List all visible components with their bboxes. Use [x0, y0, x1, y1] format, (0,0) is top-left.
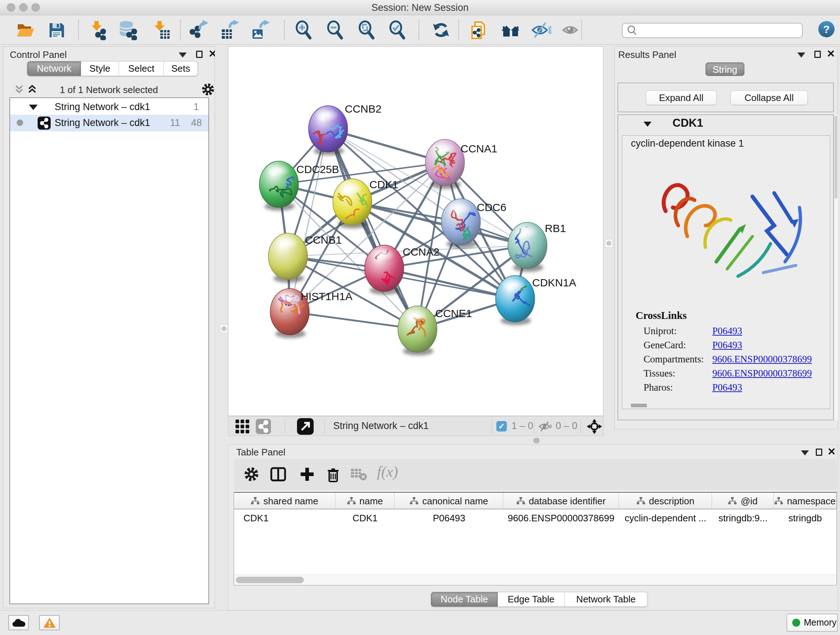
horizontal-splitter-handle[interactable]: [533, 438, 540, 443]
import-network-database-icon[interactable]: [118, 20, 138, 40]
column-header-canonicalname[interactable]: canonical name: [395, 493, 503, 509]
table-settings-gear-icon[interactable]: [243, 466, 260, 484]
delete-table-icon[interactable]: [350, 466, 368, 484]
network-node-CCNA1[interactable]: [425, 139, 464, 186]
collection-expand-icon[interactable]: [29, 105, 38, 110]
column-header-databaseidentifier[interactable]: database identifier: [503, 493, 619, 509]
splitter-handle[interactable]: [220, 325, 228, 333]
network-node-count: 11: [170, 117, 180, 128]
crosslink-value[interactable]: 9606.ENSP00000378699: [712, 354, 812, 365]
refresh-view-icon[interactable]: [431, 20, 451, 40]
network-node-CCNA2[interactable]: [365, 240, 407, 291]
network-view[interactable]: CCNB2CCNA1CDC25BCDK1CDC6RB1CCNB1CCNA2CDK…: [228, 46, 603, 416]
tab-network-table[interactable]: Network Table: [565, 592, 647, 607]
open-in-window-icon[interactable]: [297, 418, 314, 435]
section-collapse-icon[interactable]: [644, 122, 652, 127]
toolbar-separator: [581, 20, 582, 40]
memory-button[interactable]: Memory: [786, 614, 838, 632]
network-row-selected[interactable]: String Network – cdk1 11 48: [10, 115, 208, 131]
string-view-icon[interactable]: [256, 419, 271, 434]
panel-menu-icon[interactable]: [801, 450, 809, 455]
function-builder-icon[interactable]: f(x): [377, 463, 398, 480]
tab-string[interactable]: String: [706, 62, 745, 76]
pan-mode-icon[interactable]: [586, 418, 603, 436]
vertical-splitter-right[interactable]: [603, 46, 614, 429]
table-cell[interactable]: cyclin-dependent ...: [619, 510, 712, 526]
zoom-out-icon[interactable]: [325, 20, 346, 40]
tab-select[interactable]: Select: [119, 61, 164, 76]
show-hidden-icon[interactable]: [561, 20, 581, 40]
selected-checkbox-icon[interactable]: ✓: [496, 421, 507, 432]
home-icon[interactable]: [501, 20, 521, 40]
table-cell[interactable]: P06493: [395, 510, 503, 526]
delete-column-trash-icon[interactable]: [325, 466, 341, 484]
tab-node-table[interactable]: Node Table: [431, 592, 498, 607]
network-node-RB1[interactable]: [508, 222, 547, 269]
table-cell[interactable]: 9606.ENSP00000378699: [503, 510, 619, 526]
table-hscrollbar-thumb[interactable]: [236, 577, 304, 583]
zoom-fit-icon[interactable]: [357, 20, 377, 40]
open-session-icon[interactable]: [15, 20, 35, 40]
crosslink-value[interactable]: P06493: [712, 382, 742, 393]
export-image-icon[interactable]: [251, 20, 271, 40]
vertical-splitter-left[interactable]: [215, 46, 228, 608]
tab-edge-table[interactable]: Edge Table: [498, 592, 565, 607]
table-cell[interactable]: CDK1: [335, 510, 395, 526]
table-hscrollbar-track[interactable]: [234, 575, 836, 585]
import-network-file-icon[interactable]: [87, 20, 107, 40]
panel-float-icon[interactable]: [196, 51, 202, 58]
clone-network-icon[interactable]: [469, 20, 489, 40]
network-options-gear-icon[interactable]: [201, 82, 215, 98]
table-row[interactable]: CDK1CDK1P064939606.ENSP00000378699cyclin…: [234, 510, 836, 526]
results-scrollbar-thumb[interactable]: [835, 116, 837, 199]
column-header-id[interactable]: @id: [712, 493, 774, 509]
network-collection-row[interactable]: String Network – cdk1 1: [10, 100, 208, 115]
panel-close-icon[interactable]: ✕: [827, 49, 835, 59]
collapse-all-button[interactable]: Collapse All: [730, 90, 808, 105]
export-table-icon[interactable]: [220, 20, 240, 40]
expand-all-button[interactable]: Expand All: [646, 90, 717, 105]
crosslink-value[interactable]: 9606.ENSP00000378699: [712, 368, 812, 379]
network-node-CCNE1[interactable]: [398, 306, 437, 352]
column-header-sharedname[interactable]: shared name: [234, 493, 335, 509]
select-columns-icon[interactable]: [270, 466, 286, 484]
grid-view-icon[interactable]: [235, 419, 250, 435]
table-cell[interactable]: stringdb:9...: [712, 510, 774, 526]
results-scrollbar-track[interactable]: [834, 114, 838, 420]
tab-network[interactable]: Network: [27, 61, 81, 76]
hide-selected-icon[interactable]: [531, 20, 551, 40]
hidden-eye-icon[interactable]: [538, 421, 553, 433]
import-table-file-icon[interactable]: [150, 20, 171, 40]
column-header-namespace[interactable]: namespace: [774, 493, 836, 509]
column-header-name[interactable]: name: [335, 493, 395, 509]
table-cell[interactable]: CDK1: [234, 510, 335, 526]
network-node-CDC6[interactable]: [441, 199, 480, 245]
panel-close-icon[interactable]: ✕: [827, 447, 836, 457]
column-header-description[interactable]: description: [619, 493, 712, 509]
help-button[interactable]: ?: [818, 21, 835, 37]
network-node-CDC25B[interactable]: [259, 161, 298, 207]
network-node-CCNB1[interactable]: [268, 233, 308, 279]
panel-float-icon[interactable]: [816, 448, 822, 456]
table-cell[interactable]: stringdb: [774, 510, 836, 526]
save-session-icon[interactable]: [46, 20, 66, 40]
network-canvas[interactable]: CCNB2CCNA1CDC25BCDK1CDC6RB1CCNB1CCNA2CDK…: [228, 47, 603, 416]
panel-menu-icon[interactable]: [179, 52, 187, 57]
panel-menu-icon[interactable]: [797, 52, 805, 57]
zoom-selected-icon[interactable]: [388, 20, 408, 40]
panel-float-icon[interactable]: [814, 51, 821, 58]
add-column-icon[interactable]: [299, 466, 316, 484]
warning-button[interactable]: [39, 615, 60, 630]
crosslink-row: Uniprot:P06493: [622, 325, 830, 340]
cloud-button[interactable]: [8, 615, 29, 630]
tab-style[interactable]: Style: [81, 61, 119, 76]
splitter-handle[interactable]: [605, 239, 613, 248]
zoom-in-icon[interactable]: [294, 20, 314, 40]
tab-sets[interactable]: Sets: [164, 61, 198, 76]
crosslink-value[interactable]: P06493: [712, 340, 742, 351]
search-input[interactable]: [622, 23, 803, 38]
crosslink-value[interactable]: P06493: [712, 325, 742, 337]
control-panel: Control Panel ✕ Network Style Select Set…: [3, 46, 215, 608]
export-network-icon[interactable]: [189, 20, 209, 40]
table-panel-title: Table Panel: [236, 447, 286, 458]
